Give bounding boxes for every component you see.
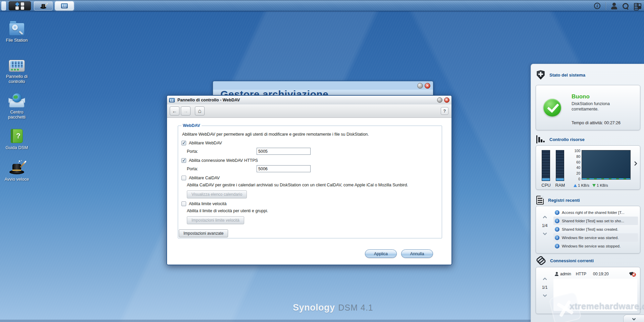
desktop-icon-label: Pannello di controllo [3,74,31,84]
close-button[interactable]: ✕ [444,97,449,103]
log-row[interactable]: iWindows file service was stopped. [553,242,638,250]
system-status-card: Buono DiskStation funziona correttamente… [536,85,640,130]
disconnect-icon[interactable] [630,271,636,277]
desktop-icon-file-station[interactable]: File Station [0,21,34,43]
dsm-brand: Synology DSM 4.1 [293,303,373,313]
close-button[interactable]: ✕ [425,83,430,89]
widget-title: Controllo risorse [549,137,585,142]
sidebar-collapse-tab[interactable] [623,315,644,322]
package-center-icon [8,93,25,107]
control-panel-taskbar-button[interactable] [55,1,74,10]
status-ok-icon [543,99,561,117]
desktop-icon-quick-start[interactable]: Avvio veloce [0,159,34,182]
minimize-button[interactable] [437,97,442,103]
webdav-port-row: Porta: [187,148,438,155]
page-up-chevron[interactable] [543,216,547,220]
widget-title: Stato del sistema [549,73,585,78]
advanced-settings-button[interactable]: Impostazioni avanzate [179,229,228,237]
connections-list: admin HTTP 00:19:20 [553,270,637,311]
page-down-chevron[interactable] [543,293,547,297]
enable-speed-limit-label: Abilita limite velocità [189,201,227,206]
resource-monitor-card: CPU RAM 100 80 60 40 20 0 1 KB/s 1 KB/s [536,145,640,190]
webdav-port-input[interactable] [257,148,311,155]
widget-title: Connessioni correnti [550,258,594,263]
control-panel-icon [61,3,68,8]
dsm-version-text: DSM 4.1 [338,303,373,313]
info-icon: i [555,227,559,232]
apply-button[interactable]: Applica [365,249,397,258]
minimize-button[interactable] [417,83,423,89]
dialog-toolbar: ← → ⌂ ? [167,104,451,118]
forward-button[interactable]: → [181,106,191,116]
resource-monitor-header: Controllo risorse [536,135,585,143]
connections-pager: 1/1 [539,277,551,297]
enable-caldav-checkbox[interactable] [181,176,186,180]
back-button[interactable]: ← [170,106,179,116]
help-button[interactable]: ? [441,107,448,115]
window-buttons: ✕ [417,83,430,89]
enable-https-checkbox[interactable] [181,158,186,163]
webdav-intro-text: Abilitare WebDAV per permettere agli ute… [182,132,438,137]
webdav-section-title: WebDAV [181,123,202,128]
log-list: iAccess right of the shared folder [T...… [553,208,638,250]
connection-row[interactable]: admin HTTP 00:19:20 [553,270,637,278]
taskbar-right-group: i [594,0,641,11]
home-icon: ⌂ [198,108,201,114]
ram-label: RAM [553,183,567,188]
enable-https-row: Abilita connessione WebDAV HTTPS [181,158,438,163]
desktop-icon-package-center[interactable]: Centro pacchetti [0,92,34,120]
pilot-view-icon[interactable] [634,3,641,9]
user-icon [555,272,558,276]
upload-rate: 1 KB/s [578,183,589,187]
taskbar-separator [605,2,606,10]
quick-launch-taskbar-button[interactable] [34,1,53,10]
expand-resource-monitor-chevron[interactable] [633,161,637,166]
enable-webdav-checkbox[interactable] [181,141,186,145]
synology-logo-text: Synology [293,303,335,313]
desktop-icon-dsm-help[interactable]: ? Guida DSM [0,128,34,150]
status-description: DiskStation funziona correttamente. [572,101,630,112]
connection-protocol: HTTP [576,272,586,276]
main-menu-button[interactable] [9,1,31,10]
cpu-label: CPU [539,183,553,188]
info-icon: i [555,244,559,248]
dsm-desktop: { "icons": { "back": "←", "forward": "→"… [0,0,644,322]
close-icon: ✕ [445,98,448,102]
user-icon[interactable] [611,3,617,9]
upload-arrow-icon [574,184,577,187]
back-icon: ← [172,108,177,114]
page-up-chevron[interactable] [543,277,547,282]
shield-icon [536,70,545,80]
calendar-list-button[interactable]: Visualizza elenco calendario [187,190,247,198]
desktop-icon-label: Centro pacchetti [3,109,31,120]
dialog-footer-buttons: Applica Annulla [365,249,433,258]
caldav-description: Abilita CalDAV per gestire i calendari a… [187,183,438,187]
network-chart-yticks: 100 80 60 40 20 0 [570,149,580,181]
enable-caldav-label: Abilitare CalDAV [189,176,220,180]
show-desktop-button[interactable] [1,1,6,10]
info-icon[interactable]: i [594,3,600,9]
dialog-content: WebDAV Abilitare WebDAV per permettere a… [167,118,451,265]
desktop-icon-control-panel[interactable]: Pannello di controllo [0,57,34,84]
info-icon: i [555,235,559,240]
cancel-button[interactable]: Annulla [401,249,433,258]
control-panel-icon [169,98,175,102]
log-row[interactable]: iShared folder [Test] was set to sho... [553,217,638,225]
cpu-gauge [542,150,550,181]
connection-time: 00:19:20 [593,272,609,276]
home-button[interactable]: ⌂ [195,106,205,116]
page-indicator: 1/4 [539,223,551,228]
search-icon[interactable] [622,3,629,9]
log-row[interactable]: iWindows file service was started. [553,233,638,242]
https-port-input[interactable] [257,165,311,172]
close-icon: ✕ [426,84,429,88]
enable-speed-limit-checkbox[interactable] [181,201,186,206]
page-down-chevron[interactable] [543,231,547,235]
https-port-row: Porta: [187,165,438,172]
log-row[interactable]: iShared folder [Test] was created. [553,225,638,233]
enable-webdav-label: Abilitare WebDAV [189,141,222,145]
log-row[interactable]: iAccess right of the shared folder [T... [553,208,638,217]
dialog-titlebar[interactable]: Pannello di controllo - WebDAV ✕ [167,96,451,104]
speed-limit-settings-button[interactable]: Impostazioni limite velocità [187,216,244,224]
chevron-down-icon [632,317,636,320]
